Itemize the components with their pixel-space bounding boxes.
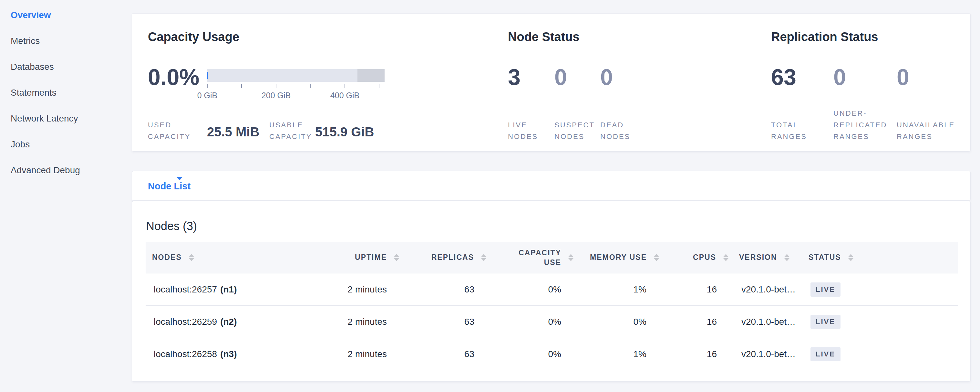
column-header-capacity-use[interactable]: CAPACITY USE [492, 242, 578, 273]
replication-status-title: Replication Status [771, 30, 878, 44]
sort-icon [848, 254, 853, 261]
usable-capacity-label: USABLE CAPACITY [269, 119, 312, 142]
axis-tick-label: 0 GiB [197, 91, 218, 100]
memory-use-cell: 1% [578, 338, 664, 370]
capacity-use-cell: 0% [492, 306, 578, 338]
nodes-table: NODES UPTIME REPLICAS CAPACITY USE MEMOR… [146, 242, 958, 370]
cpus-cell: 16 [664, 306, 733, 338]
memory-use-cell: 1% [578, 273, 664, 305]
memory-use-cell: 0% [578, 306, 664, 338]
axis-tick [241, 84, 242, 88]
column-header-label: CPUS [693, 253, 716, 262]
status-badge: LIVE [810, 315, 840, 329]
node-address[interactable]: localhost:26259 [154, 317, 217, 327]
column-header-label: VERSION [739, 253, 777, 262]
view-selector-card: Node List [132, 171, 970, 201]
suspect-nodes-label: SUSPECT NODES [554, 119, 595, 142]
capacity-bar-used-segment [207, 72, 208, 79]
suspect-nodes-value: 0 [554, 65, 567, 89]
column-header-version[interactable]: VERSION [733, 242, 798, 273]
sidebar-item-databases[interactable]: Databases [11, 60, 54, 74]
capacity-use-cell: 0% [492, 338, 578, 370]
node-address[interactable]: localhost:26257 [154, 284, 217, 295]
node-name: (n3) [220, 349, 237, 359]
cluster-overview-page: Overview Metrics Databases Statements Ne… [0, 0, 980, 392]
sort-icon [481, 254, 486, 261]
column-header-cpus[interactable]: CPUS [664, 242, 733, 273]
column-header-status[interactable]: STATUS [798, 242, 958, 273]
axis-tick [276, 84, 277, 88]
status-badge: LIVE [810, 347, 840, 361]
node-list-dropdown-label: Node List [148, 179, 191, 193]
usable-capacity-value: 515.9 GiB [315, 124, 374, 139]
cluster-summary-card: Capacity Usage 0.0% 0 GiB 200 GiB 400 Gi… [132, 13, 970, 151]
uptime-cell: 2 minutes [319, 273, 405, 305]
table-header-row: NODES UPTIME REPLICAS CAPACITY USE MEMOR… [146, 242, 958, 273]
used-capacity-value: 25.5 MiB [207, 124, 259, 139]
axis-tick-label: 200 GiB [261, 91, 291, 100]
capacity-used-percent: 0.0% [148, 65, 200, 89]
uptime-cell: 2 minutes [319, 306, 405, 338]
axis-tick [310, 84, 311, 88]
sidebar-item-jobs[interactable]: Jobs [11, 137, 30, 151]
caret-down-icon [176, 177, 183, 180]
axis-tick [207, 84, 208, 88]
table-row[interactable]: localhost:26259 (n2) 2 minutes 63 0% 0% … [146, 306, 958, 338]
column-header-label: NODES [152, 253, 182, 262]
version-cell: v20.1.0-bet… [733, 338, 798, 370]
capacity-bar-axis: 0 GiB 200 GiB 400 GiB [207, 84, 380, 116]
column-header-label: REPLICAS [431, 253, 474, 262]
sort-icon [654, 254, 659, 261]
column-header-replicas[interactable]: REPLICAS [405, 242, 492, 273]
sort-icon [568, 254, 573, 261]
column-header-uptime[interactable]: UPTIME [319, 242, 405, 273]
sidebar-item-advanced-debug[interactable]: Advanced Debug [11, 163, 80, 177]
under-replicated-ranges-value: 0 [834, 65, 846, 89]
uptime-cell: 2 minutes [319, 338, 405, 370]
sidebar-item-statements[interactable]: Statements [11, 86, 57, 100]
live-nodes-value: 3 [508, 65, 520, 89]
under-replicated-ranges-label: UNDER- REPLICATED RANGES [834, 108, 887, 142]
column-header-label: CAPACITY USE [516, 248, 561, 267]
node-status-title: Node Status [508, 30, 580, 44]
cpus-cell: 16 [664, 338, 733, 370]
cpus-cell: 16 [664, 273, 733, 305]
node-list-dropdown[interactable]: Node List [148, 179, 191, 193]
version-cell: v20.1.0-bet… [733, 273, 798, 305]
sidebar-item-overview[interactable]: Overview [11, 8, 51, 22]
unavailable-ranges-label: UNAVAILABLE RANGES [897, 119, 955, 142]
column-header-nodes[interactable]: NODES [146, 242, 319, 273]
nodes-table-card: Nodes (3) NODES UPTIME REPLICAS CAPACITY… [132, 201, 970, 382]
sidebar-item-metrics[interactable]: Metrics [11, 34, 40, 48]
capacity-bar-reserved-segment [358, 69, 385, 82]
sort-icon [784, 254, 789, 261]
total-ranges-label: TOTAL RANGES [771, 119, 807, 142]
unavailable-ranges-value: 0 [897, 65, 909, 89]
replicas-cell: 63 [405, 273, 492, 305]
replicas-cell: 63 [405, 306, 492, 338]
sort-icon [723, 254, 729, 261]
node-name: (n1) [220, 284, 237, 295]
sort-icon [189, 254, 194, 261]
column-header-label: MEMORY USE [590, 253, 647, 262]
dead-nodes-label: DEAD NODES [600, 119, 630, 142]
sidebar: Overview Metrics Databases Statements Ne… [0, 0, 131, 392]
status-badge: LIVE [810, 282, 840, 297]
live-nodes-label: LIVE NODES [508, 119, 538, 142]
nodes-table-title: Nodes (3) [146, 220, 197, 233]
column-header-label: UPTIME [355, 253, 387, 262]
replicas-cell: 63 [405, 338, 492, 370]
table-row[interactable]: localhost:26257 (n1) 2 minutes 63 0% 1% … [146, 273, 958, 306]
node-name: (n2) [220, 317, 237, 327]
capacity-use-cell: 0% [492, 273, 578, 305]
sidebar-item-network-latency[interactable]: Network Latency [11, 112, 78, 126]
column-header-label: STATUS [808, 253, 841, 262]
node-address[interactable]: localhost:26258 [154, 349, 217, 359]
sort-icon [394, 254, 399, 261]
total-ranges-value: 63 [771, 65, 796, 89]
column-header-memory-use[interactable]: MEMORY USE [578, 242, 664, 273]
axis-tick-label: 400 GiB [330, 91, 360, 100]
table-row[interactable]: localhost:26258 (n3) 2 minutes 63 0% 1% … [146, 338, 958, 370]
dead-nodes-value: 0 [600, 65, 613, 89]
axis-tick [345, 84, 345, 88]
